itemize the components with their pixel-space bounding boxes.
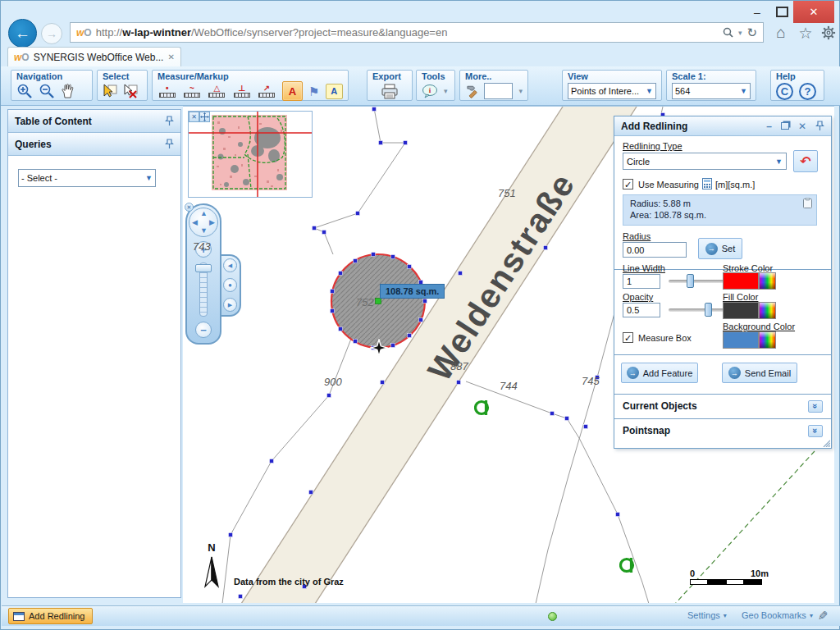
pin-icon[interactable] bbox=[165, 116, 174, 126]
pan-dpad[interactable]: ▲ ▼ ◀ ▶ bbox=[189, 208, 218, 237]
home-icon[interactable]: ⌂ bbox=[770, 23, 792, 43]
arrow-icon: → bbox=[705, 243, 718, 255]
parcel-label: 900 bbox=[324, 376, 342, 388]
address-bar: ← → wO http://w-lap-wintner/WebOffice/sy… bbox=[1, 19, 840, 47]
measure-area-icon[interactable]: △ bbox=[208, 84, 226, 98]
copyright-button[interactable]: C bbox=[776, 83, 793, 100]
current-objects-section[interactable]: Current Objects » bbox=[614, 396, 831, 416]
tools-hammer-icon[interactable] bbox=[465, 84, 478, 98]
fill-color-swatch[interactable] bbox=[723, 302, 759, 319]
url-field[interactable]: wO http://w-lap-wintner/WebOffice/synser… bbox=[70, 22, 764, 43]
flag-marker-icon[interactable]: ⚑ bbox=[308, 85, 319, 98]
favorites-star-icon[interactable]: ☆ bbox=[795, 23, 816, 43]
opacity-input[interactable]: 0.5 bbox=[623, 303, 660, 317]
map-navigation-widget[interactable]: ✕ ▲ ▼ ◀ ▶ + − bbox=[185, 203, 221, 345]
background-color-picker[interactable] bbox=[759, 331, 776, 349]
pan-left-icon[interactable]: ◀ bbox=[192, 219, 198, 226]
more-input[interactable] bbox=[484, 83, 513, 99]
help-button[interactable]: ? bbox=[799, 83, 816, 100]
overview-close-button[interactable]: ✕ bbox=[189, 112, 199, 122]
resize-grip[interactable] bbox=[822, 439, 830, 447]
poi-tree-symbol bbox=[474, 399, 492, 417]
redlining-type-label: Redlining Type bbox=[623, 141, 682, 151]
pen-icon[interactable]: ✎ bbox=[818, 609, 829, 623]
measure-box-checkbox[interactable]: ✓ bbox=[623, 332, 633, 343]
measure-line-icon[interactable]: ~ bbox=[182, 84, 201, 98]
measure-point-icon[interactable]: • bbox=[158, 84, 176, 98]
sidebar-item-table-of-content[interactable]: Table of Content bbox=[8, 110, 180, 133]
tools-dropdown-caret[interactable]: ▾ bbox=[444, 87, 448, 95]
browser-tab[interactable]: wO SYNERGIS WebOffice Web... ✕ bbox=[7, 47, 181, 66]
line-width-input[interactable]: 1 bbox=[623, 274, 660, 289]
geo-bookmarks-menu[interactable]: Geo Bookmarks▾ bbox=[742, 610, 813, 620]
panel-minimize-icon[interactable]: – bbox=[766, 121, 772, 132]
use-measuring-checkbox[interactable]: ✓ bbox=[623, 179, 633, 189]
zoom-out-button[interactable]: − bbox=[195, 322, 212, 338]
identify-info-icon[interactable]: i bbox=[422, 84, 438, 98]
url-text: http://w-lap-wintner/WebOffice/synserver… bbox=[96, 26, 723, 39]
panel-restore-icon[interactable] bbox=[781, 122, 789, 130]
print-icon[interactable] bbox=[381, 84, 399, 99]
clipboard-icon[interactable] bbox=[803, 198, 812, 208]
redlining-type-select[interactable]: Circle▼ bbox=[623, 153, 787, 170]
tab-close-icon[interactable]: ✕ bbox=[168, 52, 175, 62]
pointsnap-section[interactable]: Pointsnap » bbox=[614, 421, 831, 441]
circle-center-handle[interactable] bbox=[376, 299, 381, 304]
stroke-color-picker[interactable] bbox=[759, 272, 776, 290]
measure-perpendicular-icon[interactable]: ⊥ bbox=[232, 84, 251, 98]
history-forward-button[interactable]: ▶ bbox=[223, 298, 237, 312]
history-home-button[interactable]: ● bbox=[223, 278, 237, 292]
panel-title: Add Redlining bbox=[621, 121, 687, 132]
settings-gear-icon[interactable] bbox=[818, 23, 839, 43]
select-features-icon[interactable] bbox=[103, 84, 117, 98]
forward-icon: → bbox=[46, 27, 57, 40]
pin-icon[interactable] bbox=[165, 139, 174, 149]
divider bbox=[614, 354, 831, 355]
history-back-button[interactable]: ◀ bbox=[223, 258, 237, 272]
pan-up-icon[interactable]: ▲ bbox=[200, 210, 208, 217]
set-button[interactable]: →Set bbox=[698, 238, 742, 259]
pin-icon[interactable] bbox=[815, 121, 824, 131]
add-redlining-tool-icon[interactable]: A bbox=[282, 81, 303, 101]
expand-button[interactable]: » bbox=[808, 400, 823, 413]
back-button[interactable]: ← bbox=[8, 19, 37, 48]
refresh-icon[interactable]: ↻ bbox=[746, 25, 757, 40]
text-label-icon[interactable]: A bbox=[326, 84, 343, 99]
slider-handle[interactable] bbox=[687, 274, 694, 288]
query-select[interactable]: - Select -▼ bbox=[18, 169, 156, 187]
background-color-swatch[interactable] bbox=[723, 331, 759, 349]
more-dropdown-caret[interactable]: ▾ bbox=[518, 87, 523, 95]
send-email-button[interactable]: →Send Email bbox=[722, 363, 797, 383]
task-tab-add-redlining[interactable]: Add Redlining bbox=[8, 608, 93, 624]
slider-handle[interactable] bbox=[705, 303, 712, 317]
scale-input[interactable]: 564▼ bbox=[672, 83, 751, 99]
pan-hand-icon[interactable] bbox=[61, 83, 75, 99]
opacity-label: Opacity bbox=[623, 292, 653, 302]
overview-move-button[interactable] bbox=[199, 112, 210, 122]
calculator-icon[interactable] bbox=[702, 178, 712, 189]
search-icon[interactable] bbox=[723, 27, 733, 38]
background-color-label: Background Color bbox=[723, 322, 795, 331]
zoom-out-icon[interactable] bbox=[39, 83, 55, 99]
search-dropdown-caret[interactable]: ▾ bbox=[738, 29, 742, 37]
add-feature-button[interactable]: →Add Feature bbox=[621, 363, 698, 383]
nav-close-button[interactable]: ✕ bbox=[185, 203, 194, 212]
settings-menu[interactable]: Settings▾ bbox=[687, 610, 727, 620]
expand-button[interactable]: » bbox=[808, 425, 823, 437]
zoom-in-icon[interactable] bbox=[16, 83, 33, 99]
pan-right-icon[interactable]: ▶ bbox=[209, 219, 215, 226]
view-select[interactable]: Points of Intere...▼ bbox=[568, 83, 656, 99]
sidebar-item-queries[interactable]: Queries bbox=[8, 133, 180, 156]
radius-input[interactable]: 0.00 bbox=[623, 242, 687, 258]
pan-down-icon[interactable]: ▼ bbox=[200, 227, 208, 235]
stroke-color-swatch[interactable] bbox=[723, 272, 759, 290]
overview-map[interactable]: ✕ bbox=[188, 111, 313, 198]
measure-coordinate-icon[interactable]: ↗ bbox=[257, 84, 276, 98]
zoom-slider-handle[interactable] bbox=[195, 264, 212, 272]
clear-selection-icon[interactable] bbox=[123, 84, 138, 98]
panel-close-icon[interactable]: ✕ bbox=[798, 121, 806, 132]
panel-header[interactable]: Add Redlining – ✕ bbox=[614, 116, 831, 136]
forward-button[interactable]: → bbox=[41, 23, 62, 44]
undo-button[interactable]: ↶ bbox=[793, 150, 818, 172]
fill-color-picker[interactable] bbox=[759, 302, 776, 319]
